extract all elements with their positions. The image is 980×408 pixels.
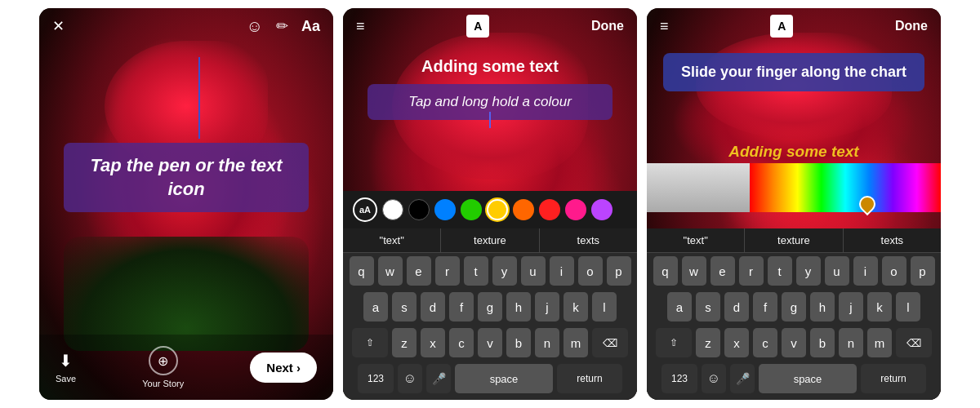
color-picker-area[interactable] [647, 163, 941, 228]
key-z[interactable]: z [392, 328, 416, 357]
menu-icon[interactable]: ≡ [356, 18, 365, 35]
your-story-button[interactable]: ⊕ Your Story [142, 346, 184, 388]
save-button[interactable]: ⬇ Save [56, 351, 76, 384]
key-u[interactable]: u [521, 256, 546, 286]
key-m[interactable]: m [564, 328, 588, 357]
key-y[interactable]: y [492, 256, 517, 286]
color-white[interactable] [382, 199, 403, 220]
key-mic[interactable]: 🎤 [426, 364, 451, 393]
s3-key-e[interactable]: e [710, 256, 735, 286]
suggestion-2[interactable]: texture [441, 228, 539, 252]
aa-button[interactable]: aA [353, 197, 377, 222]
s3-key-p[interactable]: p [911, 256, 935, 286]
s3-key-o[interactable]: o [882, 256, 906, 286]
color-green[interactable] [461, 199, 482, 220]
s3-key-l[interactable]: l [896, 292, 920, 322]
s3-key-mic[interactable]: 🎤 [730, 364, 755, 393]
color-pink[interactable] [565, 199, 586, 220]
suggestion-1[interactable]: "text" [343, 228, 441, 252]
key-123[interactable]: 123 [358, 364, 394, 393]
s3-key-space[interactable]: space [759, 364, 857, 393]
s3-key-m[interactable]: m [867, 328, 892, 357]
key-shift[interactable]: ⇧ [352, 328, 388, 357]
screen3-suggestion-2[interactable]: texture [745, 228, 843, 252]
s3-key-123[interactable]: 123 [662, 364, 697, 393]
key-a[interactable]: a [363, 292, 388, 322]
key-emoji[interactable]: ☺ [398, 364, 422, 393]
s3-key-h[interactable]: h [810, 292, 835, 322]
key-o[interactable]: o [578, 256, 603, 286]
key-l[interactable]: l [592, 292, 617, 322]
color-purple[interactable] [591, 199, 612, 220]
color-blue[interactable] [434, 199, 456, 220]
s3-key-shift[interactable]: ⇧ [656, 328, 692, 357]
color-black[interactable] [408, 199, 430, 220]
s3-key-z[interactable]: z [696, 328, 720, 357]
key-b[interactable]: b [506, 328, 531, 357]
screen1: ✕ ☺ ✏ Aa Tap the pen or the text icon ⬇ … [39, 8, 333, 400]
s3-key-j[interactable]: j [839, 292, 863, 322]
key-space[interactable]: space [455, 364, 553, 393]
screen3-adding-text-area: Adding some text [663, 143, 924, 161]
s3-key-emoji[interactable]: ☺ [702, 364, 726, 393]
key-delete[interactable]: ⌫ [592, 328, 628, 357]
s3-key-b[interactable]: b [810, 328, 835, 357]
key-f[interactable]: f [449, 292, 474, 322]
key-n[interactable]: n [535, 328, 559, 357]
color-red[interactable] [539, 199, 560, 220]
s3-key-k[interactable]: k [867, 292, 892, 322]
key-i[interactable]: i [550, 256, 574, 286]
s3-key-x[interactable]: x [724, 328, 749, 357]
key-e[interactable]: e [407, 256, 431, 286]
key-g[interactable]: g [478, 292, 502, 322]
screen3-done-button[interactable]: Done [895, 19, 928, 33]
suggestion-3[interactable]: texts [540, 228, 637, 252]
key-k[interactable]: k [564, 292, 588, 322]
s3-key-delete[interactable]: ⌫ [896, 328, 932, 357]
screen1-text-box: Tap the pen or the text icon [64, 143, 309, 212]
s3-key-q[interactable]: q [653, 256, 678, 286]
suggestions-row: "text" texture texts [343, 228, 637, 253]
key-v[interactable]: v [478, 328, 502, 357]
key-h[interactable]: h [506, 292, 531, 322]
key-d[interactable]: d [421, 292, 445, 322]
key-return[interactable]: return [557, 364, 622, 393]
key-q[interactable]: q [350, 256, 374, 286]
sticker-icon[interactable]: ☺ [247, 17, 263, 36]
color-yellow[interactable] [487, 199, 508, 220]
screen3-suggestion-1[interactable]: "text" [647, 228, 745, 252]
s3-key-u[interactable]: u [825, 256, 849, 286]
done-button[interactable]: Done [591, 19, 624, 33]
s3-key-n[interactable]: n [839, 328, 863, 357]
s3-key-c[interactable]: c [753, 328, 777, 357]
s3-key-g[interactable]: g [782, 292, 806, 322]
s3-key-y[interactable]: y [796, 256, 821, 286]
close-icon[interactable]: ✕ [52, 17, 65, 35]
key-t[interactable]: t [464, 256, 488, 286]
screen3-menu-icon[interactable]: ≡ [660, 18, 669, 35]
s3-key-i[interactable]: i [853, 256, 878, 286]
s3-key-a[interactable]: a [667, 292, 692, 322]
s3-key-t[interactable]: t [768, 256, 792, 286]
key-c[interactable]: c [449, 328, 474, 357]
key-j[interactable]: j [535, 292, 559, 322]
s3-key-d[interactable]: d [724, 292, 749, 322]
key-x[interactable]: x [421, 328, 445, 357]
s3-key-v[interactable]: v [782, 328, 806, 357]
key-w[interactable]: w [378, 256, 403, 286]
pen-icon[interactable]: ✏ [276, 17, 288, 35]
color-orange[interactable] [513, 199, 534, 220]
screen3-font-style-button[interactable]: A [770, 15, 793, 38]
s3-key-r[interactable]: r [739, 256, 764, 286]
key-p[interactable]: p [607, 256, 631, 286]
key-r[interactable]: r [435, 256, 460, 286]
screen3-suggestion-3[interactable]: texts [844, 228, 941, 252]
text-icon[interactable]: Aa [301, 18, 320, 35]
s3-key-return[interactable]: return [861, 364, 926, 393]
s3-key-f[interactable]: f [753, 292, 777, 322]
s3-key-s[interactable]: s [696, 292, 720, 322]
font-style-button[interactable]: A [466, 15, 489, 38]
key-s[interactable]: s [392, 292, 416, 322]
s3-key-w[interactable]: w [682, 256, 706, 286]
next-button[interactable]: Next › [250, 353, 317, 383]
